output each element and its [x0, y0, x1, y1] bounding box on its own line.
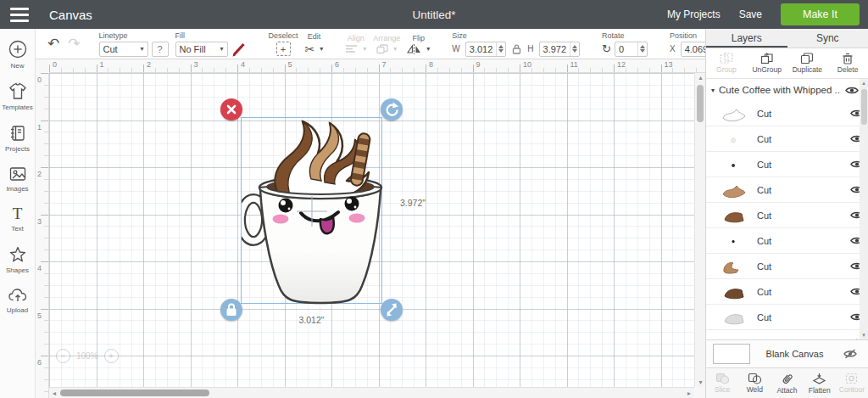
selection-box[interactable]: 3.972" 3.012" [241, 117, 382, 304]
layer-thumbnail [732, 240, 734, 243]
paperclip-icon [781, 373, 793, 385]
layer-group-header[interactable]: ▾ Cute Coffee with Whipped ... [706, 79, 868, 101]
layer-row[interactable]: Cut [706, 305, 868, 330]
blank-canvas-row[interactable]: Blank Canvas [706, 339, 868, 368]
new-icon [8, 39, 28, 59]
flatten-button[interactable]: Flatten [804, 373, 836, 395]
sidebar-item-upload[interactable]: Upload [0, 287, 36, 314]
chevron-down-icon: ▾ [220, 45, 223, 53]
horizontal-ruler: 01 23 45 67 89 1011 1213 [49, 59, 705, 73]
zoom-control: − 100% + [56, 349, 119, 363]
edit-menu-button[interactable]: ✂ ▾ [305, 42, 324, 56]
contour-button[interactable]: Contour [836, 373, 868, 394]
layer-row[interactable]: Cut [706, 254, 868, 279]
width-input[interactable]: 3.012 [465, 42, 507, 57]
slice-button[interactable]: Slice [706, 373, 738, 394]
delete-button[interactable]: Delete [827, 53, 868, 74]
rotate-stepper[interactable] [637, 42, 647, 56]
text-icon: T [13, 205, 23, 222]
rotate-input[interactable]: 0 [615, 42, 648, 57]
arrange-menu-button[interactable]: ▾ [376, 44, 397, 54]
redo-button[interactable]: ↷ [68, 35, 80, 53]
delete-handle[interactable] [220, 98, 242, 121]
align-label: Align [348, 34, 364, 42]
zoom-out-button[interactable]: − [56, 349, 70, 363]
resize-icon [381, 299, 403, 321]
sidebar-item-label: Images [6, 185, 28, 193]
layer-row[interactable]: Cut [706, 177, 868, 203]
coffee-mug-artwork[interactable] [242, 118, 383, 305]
save-link[interactable]: Save [739, 8, 762, 20]
rotate-handle[interactable] [381, 98, 403, 121]
height-dimension-label: 3.972" [400, 198, 426, 208]
layers-panel: Layers Sync Group UnGroup Duplicate Dele… [705, 29, 868, 398]
height-stepper[interactable] [570, 42, 579, 56]
sidebar-item-label: New [10, 62, 24, 70]
my-projects-link[interactable]: My Projects [667, 8, 721, 20]
height-input[interactable]: 3.972 [539, 42, 581, 57]
layer-row[interactable]: Cut [706, 279, 868, 305]
scroll-up-icon[interactable]: ▴ [860, 80, 868, 87]
rotate-label: Rotate [602, 31, 648, 40]
layer-row[interactable]: Cut [706, 203, 868, 228]
canvas-color-swatch[interactable] [713, 344, 750, 364]
layer-row[interactable]: Cut [706, 330, 868, 339]
ungroup-button[interactable]: UnGroup [747, 53, 787, 74]
sidebar-item-label: Templates [2, 104, 32, 111]
align-menu-button[interactable]: ▾ [345, 44, 366, 53]
sidebar-item-shapes[interactable]: Shapes [0, 245, 36, 274]
canvas-horizontal-scrollbar[interactable]: ◂ ▸ [49, 387, 694, 398]
horizontal-scroll-thumb[interactable] [60, 390, 209, 396]
fill-select[interactable]: No Fill▾ [175, 42, 228, 57]
layer-row[interactable]: Cut [706, 152, 868, 177]
attach-button[interactable]: Attach [771, 373, 803, 395]
layer-scroll-thumb[interactable] [861, 89, 867, 125]
scroll-right-icon[interactable]: ▸ [684, 388, 694, 398]
visibility-toggle-hidden[interactable] [839, 349, 861, 359]
width-stepper[interactable] [496, 42, 505, 56]
sidebar-item-images[interactable]: Images [0, 165, 36, 193]
canvas-vertical-scrollbar[interactable]: ▴ ▾ [694, 73, 705, 387]
scroll-left-icon[interactable]: ◂ [49, 388, 59, 398]
zoom-level: 100% [76, 351, 98, 361]
linetype-help-button[interactable]: ? [152, 42, 169, 57]
trash-icon [842, 53, 854, 64]
x-letter: X [670, 44, 676, 53]
vertical-scroll-thumb[interactable] [697, 85, 704, 122]
layer-row[interactable]: Cut [706, 101, 868, 126]
duplicate-button[interactable]: Duplicate [787, 53, 828, 74]
zoom-in-button[interactable]: + [104, 349, 119, 363]
flip-menu-button[interactable]: ▾ [407, 44, 430, 54]
sidebar-item-label: Text [11, 225, 24, 233]
linetype-select[interactable]: Cut▾ [99, 42, 148, 57]
deselect-button[interactable]: + [276, 42, 291, 56]
scroll-down-icon[interactable]: ▾ [860, 332, 868, 339]
sidebar-item-new[interactable]: New [0, 39, 36, 70]
ungroup-icon [760, 53, 774, 64]
pen-color-icon[interactable] [231, 42, 247, 57]
arrange-label: Arrange [373, 34, 400, 42]
weld-button[interactable]: Weld [738, 373, 771, 394]
lock-handle[interactable] [220, 299, 242, 321]
width-letter: W [452, 44, 459, 53]
design-canvas: 01 23 45 67 89 1011 1213 01 23 45 6 [36, 59, 705, 398]
tab-layers[interactable]: Layers [706, 29, 787, 48]
chevron-down-icon: ▾ [320, 45, 323, 53]
canvas-grid[interactable]: 3.972" 3.012" − 100% + [49, 73, 694, 387]
layer-list-scrollbar[interactable]: ▴ ▾ [860, 79, 868, 339]
lock-ratio-icon[interactable] [511, 43, 522, 55]
sidebar-item-templates[interactable]: Templates [0, 82, 36, 111]
chevron-down-icon[interactable]: ▾ [711, 87, 715, 94]
make-it-button[interactable]: Make It [781, 3, 860, 25]
sidebar-item-projects[interactable]: Projects [0, 124, 36, 153]
layer-row[interactable]: Cut [706, 126, 868, 152]
group-button[interactable]: Group [706, 53, 747, 74]
flip-label: Flip [413, 34, 426, 42]
mug-body [260, 189, 381, 303]
resize-handle[interactable] [381, 299, 403, 321]
menu-icon[interactable] [0, 8, 39, 22]
layer-row[interactable]: Cut [706, 228, 868, 254]
undo-button[interactable]: ↶ [47, 35, 59, 53]
sidebar-item-text[interactable]: T Text [0, 205, 36, 233]
tab-sync[interactable]: Sync [787, 29, 868, 48]
